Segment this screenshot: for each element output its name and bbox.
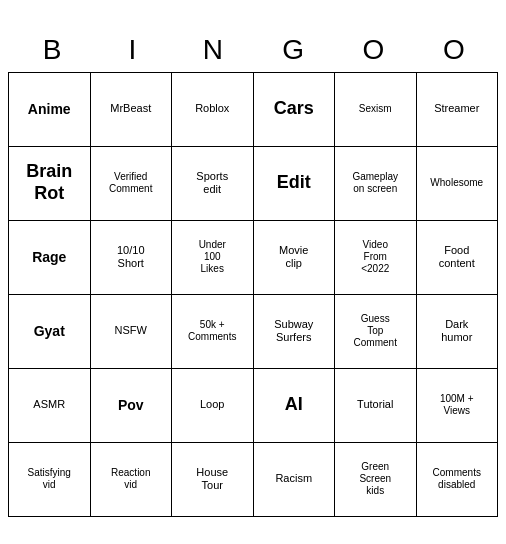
cell-text: SubwaySurfers: [274, 318, 313, 344]
cell-text: Darkhumor: [441, 318, 472, 344]
bingo-cell: Loop: [172, 369, 254, 443]
bingo-cell: Movieclip: [254, 221, 336, 295]
cell-text: AI: [285, 394, 303, 416]
bingo-cell: GreenScreenkids: [335, 443, 417, 517]
bingo-letter: O: [417, 34, 491, 66]
bingo-cell: Streamer: [417, 73, 499, 147]
bingo-cell: Under100Likes: [172, 221, 254, 295]
cell-text: Loop: [200, 398, 224, 411]
cell-text: ASMR: [33, 398, 65, 411]
cell-text: Tutorial: [357, 398, 393, 411]
cell-text: BrainRot: [26, 161, 72, 204]
bingo-cell: ASMR: [9, 369, 91, 443]
bingo-letter: B: [15, 34, 89, 66]
cell-text: Streamer: [434, 102, 479, 115]
cell-text: Gyat: [34, 323, 65, 340]
bingo-cell: Racism: [254, 443, 336, 517]
bingo-cell: NSFW: [91, 295, 173, 369]
bingo-title: BINGOO: [8, 28, 498, 72]
cell-text: VideoFrom<2022: [361, 239, 389, 275]
bingo-cell: Darkhumor: [417, 295, 499, 369]
cell-text: Under100Likes: [199, 239, 226, 275]
cell-text: MrBeast: [110, 102, 151, 115]
cell-text: Roblox: [195, 102, 229, 115]
bingo-cell: Gameplayon screen: [335, 147, 417, 221]
bingo-letter: O: [336, 34, 410, 66]
bingo-cell: 100M +Views: [417, 369, 499, 443]
cell-text: Rage: [32, 249, 66, 266]
bingo-cell: VerifiedComment: [91, 147, 173, 221]
cell-text: 50k +Comments: [188, 319, 236, 343]
bingo-cell: Satisfyingvid: [9, 443, 91, 517]
cell-text: 10/10Short: [117, 244, 145, 270]
cell-text: GuessTopComment: [354, 313, 397, 349]
bingo-cell: Edit: [254, 147, 336, 221]
bingo-cell: GuessTopComment: [335, 295, 417, 369]
cell-text: NSFW: [115, 324, 147, 337]
cell-text: Edit: [277, 172, 311, 194]
cell-text: Reactionvid: [111, 467, 150, 491]
bingo-cell: AI: [254, 369, 336, 443]
cell-text: Cars: [274, 98, 314, 120]
bingo-cell: Rage: [9, 221, 91, 295]
bingo-letter: I: [95, 34, 169, 66]
cell-text: GreenScreenkids: [359, 461, 391, 497]
bingo-letter: N: [176, 34, 250, 66]
bingo-cell: Foodcontent: [417, 221, 499, 295]
bingo-cell: HouseTour: [172, 443, 254, 517]
bingo-cell: Roblox: [172, 73, 254, 147]
cell-text: Anime: [28, 101, 71, 118]
cell-text: Satisfyingvid: [28, 467, 71, 491]
bingo-cell: Commentsdisabled: [417, 443, 499, 517]
cell-text: Wholesome: [430, 177, 483, 189]
cell-text: Foodcontent: [439, 244, 475, 270]
cell-text: Pov: [118, 397, 144, 414]
bingo-cell: 10/10Short: [91, 221, 173, 295]
cell-text: HouseTour: [196, 466, 228, 492]
bingo-letter: G: [256, 34, 330, 66]
bingo-cell: Gyat: [9, 295, 91, 369]
cell-text: Sportsedit: [196, 170, 228, 196]
bingo-cell: Sportsedit: [172, 147, 254, 221]
cell-text: 100M +Views: [440, 393, 474, 417]
bingo-cell: VideoFrom<2022: [335, 221, 417, 295]
bingo-cell: Anime: [9, 73, 91, 147]
bingo-cell: Pov: [91, 369, 173, 443]
bingo-cell: Tutorial: [335, 369, 417, 443]
cell-text: Commentsdisabled: [433, 467, 481, 491]
bingo-cell: SubwaySurfers: [254, 295, 336, 369]
cell-text: VerifiedComment: [109, 171, 152, 195]
bingo-cell: Wholesome: [417, 147, 499, 221]
bingo-cell: BrainRot: [9, 147, 91, 221]
bingo-cell: 50k +Comments: [172, 295, 254, 369]
cell-text: Gameplayon screen: [352, 171, 398, 195]
bingo-grid: AnimeMrBeastRobloxCarsSexismStreamerBrai…: [8, 72, 498, 517]
bingo-cell: Cars: [254, 73, 336, 147]
cell-text: Movieclip: [279, 244, 308, 270]
bingo-cell: Reactionvid: [91, 443, 173, 517]
bingo-cell: MrBeast: [91, 73, 173, 147]
cell-text: Sexism: [359, 103, 392, 115]
bingo-card: BINGOO AnimeMrBeastRobloxCarsSexismStrea…: [8, 28, 498, 517]
cell-text: Racism: [275, 472, 312, 485]
bingo-cell: Sexism: [335, 73, 417, 147]
